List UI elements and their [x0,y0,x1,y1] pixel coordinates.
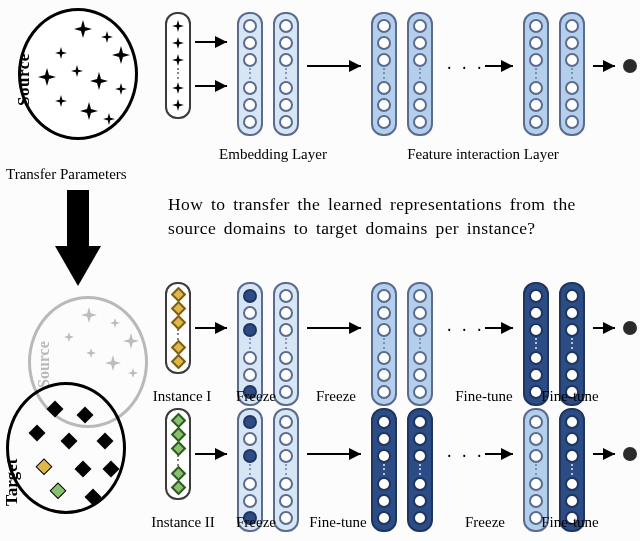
svg-rect-10 [85,489,102,506]
arrow-icon [591,56,621,76]
instance2-label: Instance II [147,514,219,531]
svg-rect-1 [47,401,64,418]
star-icon [171,53,185,67]
i2-state-3: Freeze [457,514,513,531]
diagram-stage: Source Transfer Parameters Source [0,0,640,541]
svg-rect-2 [77,407,94,424]
output-node [623,59,637,73]
ellipsis-icon: · · · [447,320,485,341]
svg-rect-4 [61,433,78,450]
feature-col-3: ⋮ [523,12,549,136]
svg-rect-9 [50,483,66,499]
diamond-icon [170,480,186,496]
ellipsis-icon: · · · [447,58,485,79]
star-icon [171,81,185,95]
transfer-parameters-label: Transfer Parameters [6,166,127,183]
source-stars-icon [21,11,141,143]
ellipsis-icon: · · · [447,446,485,467]
target-label: Target [2,458,22,506]
i2-col-3: ⋮ [371,408,397,532]
i1-state-2: Freeze [311,388,361,405]
output-node [623,447,637,461]
svg-rect-6 [36,459,52,475]
transfer-arrow-icon [55,190,101,286]
svg-rect-7 [75,461,92,478]
svg-rect-8 [103,461,120,478]
output-node [623,321,637,335]
i1-state-3: Fine-tune [449,388,519,405]
arrow-icon [305,444,367,464]
ghost-source-label: Source [35,341,53,388]
feature-col-2: ⋮ [407,12,433,136]
arrow-icon [305,318,367,338]
embedding-col-2: ⋮ [273,12,299,136]
feature-col-1: ⋮ [371,12,397,136]
source-label: Source [14,53,34,106]
i2-state-4: Fine-tune [535,514,605,531]
star-icon [171,36,185,50]
svg-rect-0 [67,190,89,246]
i1-state-4: Fine-tune [535,388,605,405]
arrow-icon [305,56,367,76]
i1-col-3: ⋮ [371,282,397,406]
instance1-input-column: ⋮ [165,282,191,374]
instance-1-row: ⋮ ⋮ ⋮ ⋮ ⋮ · · · [165,278,630,408]
i1-state-1: Freeze [231,388,281,405]
arrow-icon [193,444,233,464]
diamond-icon [170,354,186,370]
star-icon [171,19,185,33]
arrow-icon [483,56,519,76]
arrow-icon [591,318,621,338]
target-domain-group: Source Target [6,296,156,526]
embedding-col-1: ⋮ [237,12,263,136]
feature-col-4: ⋮ [559,12,585,136]
source-input-column: ⋮ [165,12,191,119]
i2-col-4: ⋮ [407,408,433,532]
svg-rect-5 [97,433,114,450]
instance-2-row: ⋮ ⋮ ⋮ ⋮ ⋮ · · · [165,404,630,534]
feature-layer-label: Feature interaction Layer [383,146,583,163]
source-network-row: ⋮ ⋮ ⋮ ⋮ ⋮ [165,8,630,138]
arrow-icon [193,318,233,338]
embedding-layer-label: Embedding Layer [213,146,333,163]
question-text: How to transfer the learned representati… [168,192,622,240]
i1-col-4: ⋮ [407,282,433,406]
instance2-input-column: ⋮ [165,408,191,500]
source-domain-oval [18,8,138,140]
svg-rect-3 [29,425,46,442]
star-icon [171,98,185,112]
i2-state-1: Freeze [231,514,281,531]
arrow-icon [483,318,519,338]
arrow-icon [591,444,621,464]
instance1-label: Instance I [147,388,217,405]
target-domain-oval [6,382,126,514]
arrow-icon [483,444,519,464]
target-diamonds-icon [9,385,129,517]
i2-state-2: Fine-tune [303,514,373,531]
arrow-icon [193,30,233,100]
